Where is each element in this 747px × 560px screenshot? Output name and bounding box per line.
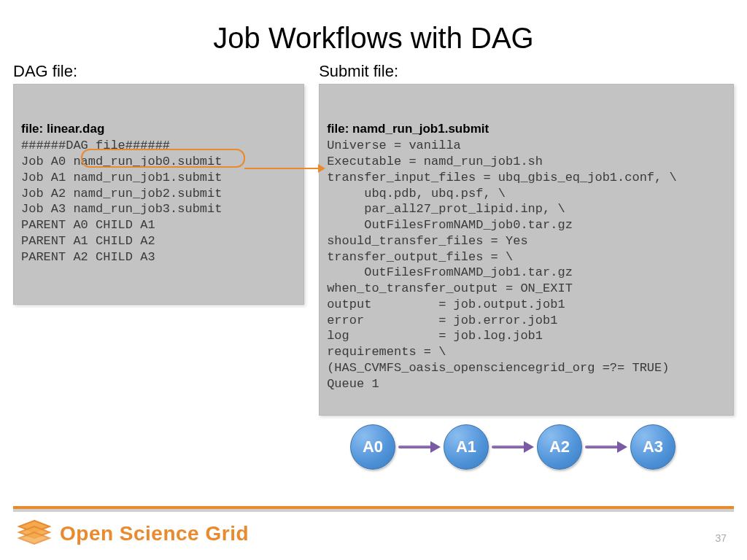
footer-divider: [13, 506, 734, 509]
dag-file-header: file: linear.dag: [21, 121, 296, 137]
slide-title: Job Workflows with DAG: [0, 0, 747, 62]
left-column: DAG file: file: linear.dag######DAG file…: [13, 62, 304, 416]
dag-file-label: DAG file:: [13, 62, 304, 81]
footer: Open Science Grid: [18, 519, 249, 548]
reference-arrow-head: [318, 164, 325, 173]
osg-logo-icon: [18, 519, 51, 548]
node-a1: A1: [444, 424, 489, 470]
dag-nodes-row: A0 A1 A2 A3: [350, 424, 676, 470]
page-number: 37: [715, 532, 727, 544]
dag-code-box: file: linear.dag######DAG file###### Job…: [13, 84, 304, 305]
node-arrow-icon: [492, 442, 534, 452]
reference-arrow-line: [244, 168, 321, 169]
submit-code: Universe = vanilla Executable = namd_run…: [327, 139, 676, 390]
submit-file-header: file: namd_run_job1.submit: [327, 121, 726, 137]
submit-file-label: Submit file:: [319, 62, 734, 81]
submit-code-box: file: namd_run_job1.submitUniverse = van…: [319, 84, 734, 416]
node-a0: A0: [350, 424, 395, 470]
node-a3: A3: [630, 424, 676, 470]
content-columns: DAG file: file: linear.dag######DAG file…: [0, 62, 747, 416]
right-column: Submit file: file: namd_run_job1.submitU…: [319, 62, 734, 416]
node-arrow-icon: [585, 442, 627, 452]
node-arrow-icon: [398, 442, 441, 452]
footer-brand: Open Science Grid: [60, 522, 249, 545]
dag-code: ######DAG file###### Job A0 namd_run_job…: [21, 139, 222, 263]
node-a2: A2: [537, 424, 582, 470]
